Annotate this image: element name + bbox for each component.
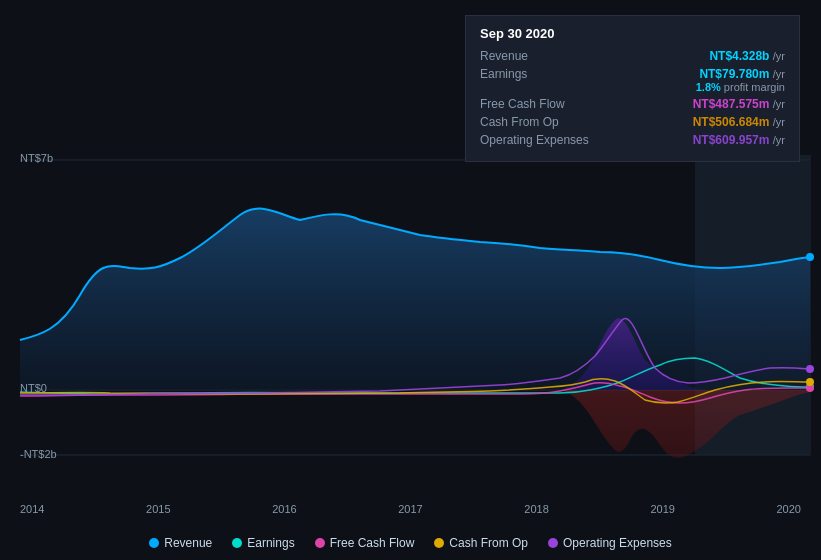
tooltip-opex-value: NT$609.957m /yr [693,133,785,147]
tooltip-earnings-label: Earnings [480,67,527,81]
tooltip-revenue-value: NT$4.328b /yr [709,49,785,63]
tooltip-earnings-row: Earnings NT$79.780m /yr 1.8% profit marg… [480,67,785,93]
x-axis-labels: 2014 2015 2016 2017 2018 2019 2020 [0,503,821,515]
x-label-2018: 2018 [524,503,548,515]
x-label-2017: 2017 [398,503,422,515]
tooltip-earnings-value: NT$79.780m /yr [696,67,785,81]
x-label-2016: 2016 [272,503,296,515]
legend-opex[interactable]: Operating Expenses [548,536,672,550]
tooltip-cashop-value: NT$506.684m /yr [693,115,785,129]
y-label-top: NT$7b [20,152,53,164]
x-label-2015: 2015 [146,503,170,515]
svg-point-9 [806,365,814,373]
legend-earnings[interactable]: Earnings [232,536,294,550]
tooltip-cashop-label: Cash From Op [480,115,559,129]
legend-revenue-label: Revenue [164,536,212,550]
tooltip-box: Sep 30 2020 Revenue NT$4.328b /yr Earnin… [465,15,800,162]
legend-fcf-label: Free Cash Flow [330,536,415,550]
y-label-mid: NT$0 [20,382,47,394]
svg-point-5 [806,253,814,261]
legend-revenue[interactable]: Revenue [149,536,212,550]
svg-point-8 [806,378,814,386]
legend-revenue-dot [149,538,159,548]
tooltip-fcf-row: Free Cash Flow NT$487.575m /yr [480,97,785,111]
x-label-2014: 2014 [20,503,44,515]
legend-earnings-label: Earnings [247,536,294,550]
legend-opex-label: Operating Expenses [563,536,672,550]
x-label-2019: 2019 [650,503,674,515]
legend-fcf-dot [315,538,325,548]
tooltip-opex-label: Operating Expenses [480,133,589,147]
x-label-2020: 2020 [776,503,800,515]
tooltip-revenue-row: Revenue NT$4.328b /yr [480,49,785,63]
tooltip-cashop-row: Cash From Op NT$506.684m /yr [480,115,785,129]
tooltip-fcf-value: NT$487.575m /yr [693,97,785,111]
legend-cashop-dot [434,538,444,548]
legend-fcf[interactable]: Free Cash Flow [315,536,415,550]
tooltip-revenue-label: Revenue [480,49,528,63]
y-label-bot: -NT$2b [20,448,57,460]
legend-earnings-dot [232,538,242,548]
legend-cashop-label: Cash From Op [449,536,528,550]
legend-cashop[interactable]: Cash From Op [434,536,528,550]
legend-opex-dot [548,538,558,548]
chart-legend: Revenue Earnings Free Cash Flow Cash Fro… [0,536,821,550]
tooltip-opex-row: Operating Expenses NT$609.957m /yr [480,133,785,147]
tooltip-profit-margin: 1.8% profit margin [696,81,785,93]
tooltip-date: Sep 30 2020 [480,26,785,41]
tooltip-fcf-label: Free Cash Flow [480,97,565,111]
